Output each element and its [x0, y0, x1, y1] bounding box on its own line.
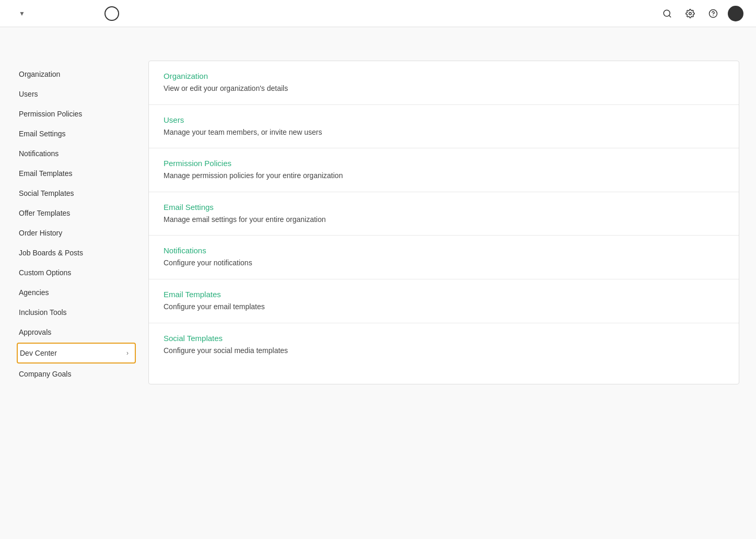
sidebar-item-notifications[interactable]: Notifications — [17, 144, 136, 163]
content-item-description: Configure your notifications — [164, 258, 724, 268]
sidebar-item-label: Email Templates — [19, 169, 72, 178]
user-avatar[interactable] — [728, 6, 743, 21]
content-item-description: View or edit your organization's details — [164, 84, 724, 94]
sidebar-item-label: Order History — [19, 229, 62, 237]
content-item-title[interactable]: Email Settings — [164, 203, 724, 212]
sidebar-item-label: Job Boards & Posts — [19, 249, 83, 257]
sidebar-item-label: Approvals — [19, 328, 51, 336]
content-item-description: Manage email settings for your entire or… — [164, 215, 724, 225]
sidebar: OrganizationUsersPermission PoliciesEmai… — [17, 61, 136, 384]
chevron-right-icon: › — [126, 349, 129, 357]
content-item-description: Configure your email templates — [164, 302, 724, 312]
content-item-title[interactable]: Users — [164, 115, 724, 124]
content-item-social-templates: Social TemplatesConfigure your social me… — [149, 323, 739, 367]
sidebar-item-label: Company Goals — [19, 370, 71, 378]
help-icon[interactable] — [705, 5, 722, 22]
content-item-users: UsersManage your team members, or invite… — [149, 105, 739, 149]
page-content: OrganizationUsersPermission PoliciesEmai… — [0, 27, 756, 401]
sidebar-item-label: Organization — [19, 70, 60, 78]
sidebar-item-label: Email Settings — [19, 130, 65, 138]
content-item-title[interactable]: Email Templates — [164, 290, 724, 299]
sidebar-item-company-goals[interactable]: Company Goals — [17, 365, 136, 383]
sidebar-item-dev-center[interactable]: Dev Center› — [17, 343, 136, 364]
main-layout: OrganizationUsersPermission PoliciesEmai… — [17, 61, 739, 384]
content-item-description: Manage your team members, or invite new … — [164, 127, 724, 138]
brand-logo[interactable]: ▼ — [13, 10, 25, 17]
content-item-organization: OrganizationView or edit your organizati… — [149, 61, 739, 105]
sidebar-item-label: Users — [19, 90, 38, 98]
sidebar-item-permission-policies[interactable]: Permission Policies — [17, 104, 136, 123]
sidebar-item-label: Custom Options — [19, 268, 71, 277]
nav-links — [42, 6, 659, 21]
svg-line-1 — [669, 15, 670, 17]
sidebar-item-label: Inclusion Tools — [19, 308, 67, 317]
sidebar-item-email-templates[interactable]: Email Templates — [17, 164, 136, 183]
content-item-title[interactable]: Organization — [164, 72, 724, 80]
content-item-description: Configure your social media templates — [164, 346, 724, 356]
sidebar-item-organization[interactable]: Organization — [17, 65, 136, 84]
svg-point-2 — [689, 12, 692, 15]
sidebar-item-label: Offer Templates — [19, 209, 70, 217]
sidebar-item-agencies[interactable]: Agencies — [17, 283, 136, 302]
content-item-title[interactable]: Permission Policies — [164, 159, 724, 168]
sidebar-item-label: Permission Policies — [19, 110, 82, 118]
content-panel: OrganizationView or edit your organizati… — [148, 61, 739, 384]
sidebar-item-label: Dev Center — [20, 349, 57, 357]
sidebar-item-job-boards-posts[interactable]: Job Boards & Posts — [17, 243, 136, 262]
sidebar-item-custom-options[interactable]: Custom Options — [17, 263, 136, 282]
sidebar-item-users[interactable]: Users — [17, 85, 136, 103]
add-button[interactable] — [104, 6, 119, 21]
sidebar-item-social-templates[interactable]: Social Templates — [17, 184, 136, 203]
sidebar-item-inclusion-tools[interactable]: Inclusion Tools — [17, 303, 136, 322]
brand-chevron-icon: ▼ — [19, 10, 25, 17]
settings-icon[interactable] — [682, 5, 699, 22]
search-icon[interactable] — [659, 5, 676, 22]
content-item-permission-policies: Permission PoliciesManage permission pol… — [149, 148, 739, 192]
sidebar-item-order-history[interactable]: Order History — [17, 224, 136, 242]
top-navigation: ▼ — [0, 0, 756, 27]
sidebar-item-label: Notifications — [19, 149, 59, 158]
content-item-title[interactable]: Social Templates — [164, 334, 724, 343]
nav-right-actions — [659, 5, 743, 22]
sidebar-item-label: Agencies — [19, 288, 49, 297]
sidebar-item-email-settings[interactable]: Email Settings — [17, 124, 136, 143]
sidebar-item-approvals[interactable]: Approvals — [17, 323, 136, 342]
sidebar-item-offer-templates[interactable]: Offer Templates — [17, 204, 136, 222]
content-item-email-settings: Email SettingsManage email settings for … — [149, 192, 739, 236]
content-item-title[interactable]: Notifications — [164, 246, 724, 255]
sidebar-item-label: Social Templates — [19, 189, 74, 197]
content-item-description: Manage permission policies for your enti… — [164, 171, 724, 181]
content-item-notifications: NotificationsConfigure your notification… — [149, 236, 739, 279]
content-item-email-templates: Email TemplatesConfigure your email temp… — [149, 279, 739, 323]
